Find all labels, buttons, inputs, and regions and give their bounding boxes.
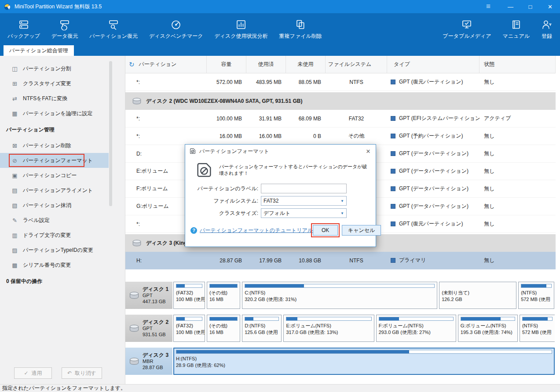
menu-icon[interactable]: ≡ — [479, 0, 497, 13]
diskmap-partition[interactable]: (NTFS)572 MB (使用 — [518, 282, 554, 309]
tabbar: パーティション総合管理 — [0, 45, 560, 56]
cell-type: GPT (データパーティション) — [387, 185, 479, 192]
sidebar-item[interactable]: ▣パーティションコピー — [0, 168, 109, 183]
toolbar-item[interactable]: データ復元 — [46, 13, 84, 45]
partition-type-icon — [391, 186, 395, 191]
toolbar-item[interactable]: ブータブルメディア — [437, 13, 497, 45]
partition-row[interactable]: *:100.00 MB31.91 MB68.09 MBFAT32GPT (EFI… — [125, 110, 556, 127]
cell-status: 無し — [479, 167, 556, 175]
partition-row[interactable]: *:16.00 MB16.00 MB0 Bその他GPT (予約パーティション)無… — [125, 127, 556, 145]
partition-recovery-icon — [108, 19, 119, 30]
diskmap-partition[interactable]: (FAT32)100 MB (使用 — [173, 315, 205, 342]
sidebar-item[interactable]: ▤パーティションアライメント — [0, 183, 109, 198]
apply-button[interactable]: ✓ 適用 — [14, 367, 52, 379]
usage-bar — [521, 284, 551, 288]
toolbar-item[interactable]: パーティション復元 — [84, 13, 143, 45]
toolbar-item-label: データ復元 — [51, 33, 78, 40]
usage-bar — [176, 284, 202, 288]
file-system-select[interactable]: FAT32▼ — [261, 196, 347, 206]
toolbar-item[interactable]: ディスク使用状況分析 — [209, 13, 273, 45]
sidebar-item[interactable]: ▦パーティションを論理に設定 — [0, 106, 109, 121]
sidebar-item[interactable]: ▩シリアル番号の変更 — [0, 258, 109, 272]
partition-label-input[interactable] — [261, 184, 347, 193]
diskmap-partition[interactable]: E:ボリューム(NTFS)317.0 GB (使用済: 13%) — [283, 315, 374, 342]
partition-name-label: C:(NTFS) — [245, 290, 435, 296]
cluster-size-select[interactable]: デフォルト▼ — [261, 208, 347, 218]
toolbar-item[interactable]: 登録 — [535, 13, 558, 45]
maximize-button[interactable]: □ — [520, 0, 540, 13]
partition-name-label: H:(NTFS) — [176, 356, 552, 362]
diskmap-partition[interactable]: D:(NTFS)125.6 GB (使用 — [242, 315, 282, 342]
partition-type-icon — [391, 169, 395, 174]
ok-button[interactable]: OK — [313, 225, 338, 236]
toolbar-item-label: 登録 — [542, 33, 552, 40]
sidebar-item[interactable]: ✎ラベル設定 — [0, 213, 109, 228]
column-header-label: パーティション — [139, 61, 177, 68]
diskmap-partition[interactable]: (その他)16 MB — [207, 315, 240, 342]
sidebar-item[interactable]: ⊠パーティション削除 — [0, 138, 109, 153]
usage-bar-fill — [210, 284, 237, 287]
toolbar-item[interactable]: ディスクベンチマーク — [143, 13, 209, 45]
align-partition-icon: ▤ — [11, 187, 18, 194]
sidebar: ◫パーティション分割⊞クラスタサイズ変更⇄NTFSをFATに変換▦パーティション… — [0, 56, 125, 384]
disk-header-row[interactable]: ディスク 2 (WDC WD10EZEX-08WN4A0 SATA, GPT, … — [125, 92, 556, 110]
sidebar-item[interactable]: ⊘パーティションフォーマット — [0, 153, 109, 168]
usage-bar-fill — [210, 317, 237, 320]
help-icon[interactable]: ? — [190, 227, 197, 234]
undo-button[interactable]: ↶ 取り消す — [62, 367, 102, 379]
sidebar-item[interactable]: ▥ドライブ文字の変更 — [0, 228, 109, 243]
diskmap-partition[interactable]: F:ボリューム(NTFS)293.0 GB (使用済: 27%) — [376, 315, 456, 342]
toolbar-item-label: ブータブルメディア — [443, 33, 491, 40]
usage-bar — [522, 317, 553, 321]
dialog-close-icon[interactable]: ✕ — [361, 145, 376, 158]
sidebar-item[interactable]: ◫パーティション分割 — [0, 61, 109, 76]
cell-partition: *: — [125, 116, 207, 122]
sidebar-item[interactable]: ⊞クラスタサイズ変更 — [0, 76, 109, 91]
partition-name-label: (FAT32) — [176, 290, 202, 296]
cell-used: 483.95 MB — [246, 79, 286, 85]
partition-type-icon — [391, 204, 395, 209]
diskmap-partition[interactable]: (その他)16 MB — [207, 282, 240, 309]
diskmap-disk-label: ディスク 2GPT931.51 GB — [125, 315, 172, 342]
partition-row[interactable]: *:572.00 MB483.95 MB88.05 MBNTFSGPT (復元パ… — [125, 73, 556, 91]
titlebar: MiniTool Partition Wizard 無料版 13.5 ≡ — □… — [0, 0, 560, 13]
toolbar-item[interactable]: 重複ファイル削除 — [274, 13, 328, 45]
dialog-field-label: ファイルシステム: — [185, 197, 261, 205]
diskmap-partition[interactable]: (FAT32)100 MB (使用 — [173, 282, 205, 309]
diskmap-partition[interactable]: (NTFS)572 MB (使用 — [520, 315, 555, 342]
disk-icon — [128, 324, 140, 333]
sidebar-item[interactable]: ▨パーティションTypeIDの変更 — [0, 243, 109, 258]
select-value: デフォルト — [264, 210, 290, 217]
toolbar-item[interactable]: マニュアル — [497, 13, 535, 45]
toolbar-item[interactable]: バックアップ — [2, 13, 46, 45]
sidebar-item[interactable]: ⇄NTFSをFATに変換 — [0, 91, 109, 106]
cancel-button[interactable]: キャンセル — [342, 225, 381, 236]
dialog-warning: パーティションをフォーマットするとパーティションのデータが破壊されます！ — [195, 161, 370, 179]
diskmap-partition[interactable]: (未割り当て)126.2 GB — [439, 282, 516, 309]
refresh-icon[interactable]: ↻ — [129, 61, 135, 69]
diskmap-partition[interactable]: G:ボリューム(NTFS)195.3 GB (使用済: 74%) — [458, 315, 518, 342]
tutorial-link[interactable]: パーティションフォーマットのチュートリアル — [200, 227, 313, 234]
split-partition-icon: ◫ — [11, 65, 18, 72]
toolbar-item-label: バックアップ — [7, 33, 40, 40]
partition-row[interactable]: H:28.87 GB17.99 GB10.88 GBNTFSプライマリ無し — [125, 252, 556, 269]
sidebar-item[interactable]: ▧パーティション抹消 — [0, 198, 109, 213]
cell-used: 31.91 MB — [246, 116, 286, 122]
sidebar-item-label: シリアル番号の変更 — [23, 261, 71, 269]
partition-name-label: (その他) — [209, 323, 238, 329]
sidebar-scrollbar[interactable] — [109, 61, 112, 206]
partition-name-label: (FAT32) — [176, 323, 202, 329]
minimize-button[interactable]: — — [501, 0, 520, 13]
cell-status: 無し — [479, 150, 556, 157]
format-warning-icon — [195, 161, 213, 179]
tab-partition-management[interactable]: パーティション総合管理 — [4, 45, 74, 56]
sidebar-item-label: ドライブ文字の変更 — [23, 232, 71, 239]
usage-bar-fill — [286, 317, 297, 320]
diskmap-partition[interactable]: C:(NTFS)320.2 GB (使用済: 31%) — [242, 282, 437, 309]
partition-name-label: (NTFS) — [521, 290, 551, 296]
cell-type: GPT (データパーティション) — [387, 167, 479, 175]
diskmap-partition[interactable]: H:(NTFS)28.9 GB (使用済: 62%) — [173, 348, 555, 375]
partition-name-label: (未割り当て) — [442, 290, 514, 296]
close-button[interactable]: ✕ — [540, 0, 560, 13]
disk-icon — [132, 97, 142, 105]
